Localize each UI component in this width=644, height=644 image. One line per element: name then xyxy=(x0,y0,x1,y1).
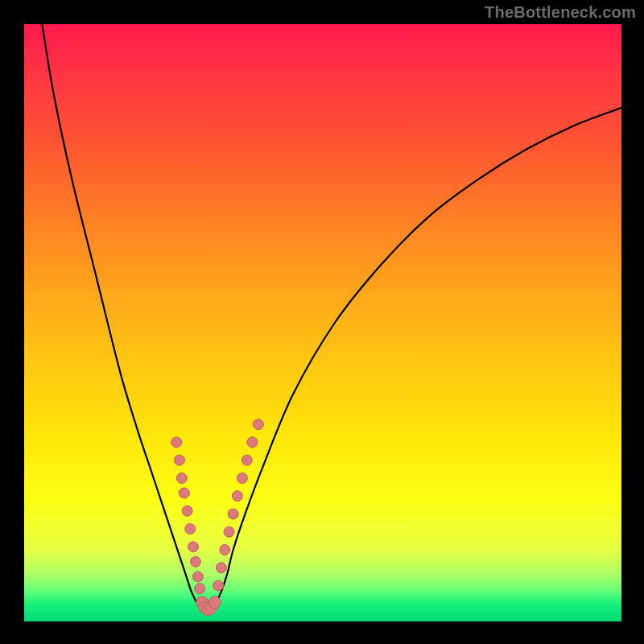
chart-frame: TheBottleneck.com xyxy=(0,0,644,644)
highlight-dot xyxy=(216,563,226,573)
highlight-dot xyxy=(176,473,187,483)
highlight-dot xyxy=(190,556,200,567)
highlight-dot xyxy=(224,526,234,537)
highlight-dot xyxy=(195,584,205,594)
highlight-dot xyxy=(171,437,182,448)
highlight-dot xyxy=(174,455,184,465)
watermark-text: TheBottleneck.com xyxy=(485,3,636,22)
highlight-dot xyxy=(213,580,224,591)
highlight-dot xyxy=(188,542,198,552)
highlight-dot xyxy=(185,523,196,534)
highlight-dot xyxy=(179,488,189,498)
highlight-dot xyxy=(242,455,252,465)
highlight-dot xyxy=(192,572,203,582)
highlight-dot xyxy=(253,419,263,430)
highlight-dot xyxy=(247,437,258,448)
highlight-dot xyxy=(220,544,230,555)
highlight-dot xyxy=(208,597,221,609)
plot-area xyxy=(24,24,621,621)
highlight-dot xyxy=(182,506,192,516)
highlight-dot xyxy=(228,509,238,519)
highlight-dot xyxy=(237,473,247,483)
highlight-dot xyxy=(232,491,242,502)
bottleneck-curve xyxy=(42,24,621,613)
curve-layer xyxy=(24,24,621,621)
